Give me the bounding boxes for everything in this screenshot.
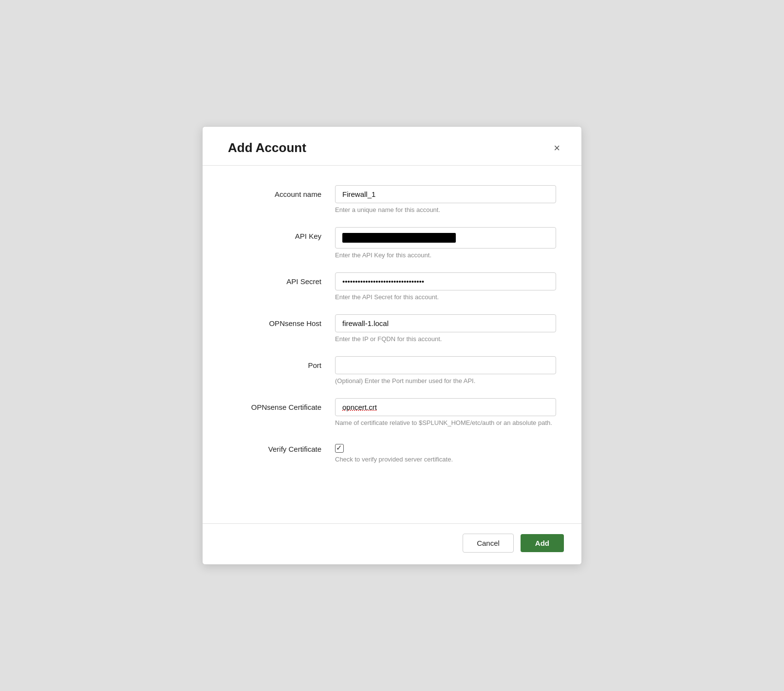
account-name-input[interactable] (335, 185, 556, 203)
api-key-hint: Enter the API Key for this account. (335, 251, 556, 259)
dialog-body: Account name Enter a unique name for thi… (203, 166, 581, 523)
opnsense-host-hint: Enter the IP or FQDN for this account. (335, 335, 556, 343)
api-secret-label: API Secret (228, 272, 335, 286)
port-field: (Optional) Enter the Port number used fo… (335, 356, 556, 384)
verify-certificate-label: Verify Certificate (228, 440, 335, 453)
verify-certificate-field: Check to verify provided server certific… (335, 440, 556, 463)
api-secret-field: Enter the API Secret for this account. (335, 272, 556, 301)
dialog-title: Add Account (228, 140, 306, 155)
account-name-label: Account name (228, 185, 335, 198)
opnsense-certificate-label: OPNsense Certificate (228, 398, 335, 411)
port-row: Port (Optional) Enter the Port number us… (228, 356, 556, 384)
cancel-button[interactable]: Cancel (463, 534, 514, 553)
port-input[interactable] (335, 356, 556, 374)
opnsense-certificate-hint: Name of certificate relative to $SPLUNK_… (335, 419, 556, 426)
api-key-field: Enter the API Key for this account. (335, 227, 556, 259)
api-key-row: API Key Enter the API Key for this accou… (228, 227, 556, 259)
opnsense-certificate-row: OPNsense Certificate Name of certificate… (228, 398, 556, 426)
account-name-field: Enter a unique name for this account. (335, 185, 556, 213)
verify-certificate-row: Verify Certificate Check to verify provi… (228, 440, 556, 463)
account-name-row: Account name Enter a unique name for thi… (228, 185, 556, 213)
verify-certificate-hint: Check to verify provided server certific… (335, 456, 556, 463)
verify-certificate-checkbox-wrapper (335, 440, 556, 453)
opnsense-host-row: OPNsense Host Enter the IP or FQDN for t… (228, 314, 556, 343)
port-hint: (Optional) Enter the Port number used fo… (335, 377, 556, 384)
api-key-redacted-bar (342, 233, 456, 243)
dialog-header: Add Account × (203, 127, 581, 166)
close-button[interactable]: × (550, 141, 564, 155)
dialog-footer: Cancel Add (203, 523, 581, 564)
api-secret-row: API Secret Enter the API Secret for this… (228, 272, 556, 301)
opnsense-host-field: Enter the IP or FQDN for this account. (335, 314, 556, 343)
opnsense-host-label: OPNsense Host (228, 314, 335, 327)
api-key-label: API Key (228, 227, 335, 240)
api-secret-hint: Enter the API Secret for this account. (335, 293, 556, 301)
opnsense-host-input[interactable] (335, 314, 556, 332)
account-name-hint: Enter a unique name for this account. (335, 206, 556, 213)
opnsense-certificate-field: Name of certificate relative to $SPLUNK_… (335, 398, 556, 426)
api-key-input-wrapper[interactable] (335, 227, 556, 249)
api-secret-input[interactable] (335, 272, 556, 290)
port-label: Port (228, 356, 335, 369)
verify-certificate-checkbox[interactable] (335, 444, 344, 453)
add-account-dialog: Add Account × Account name Enter a uniqu… (202, 126, 582, 565)
opnsense-certificate-input[interactable] (335, 398, 556, 416)
add-button[interactable]: Add (521, 534, 564, 552)
